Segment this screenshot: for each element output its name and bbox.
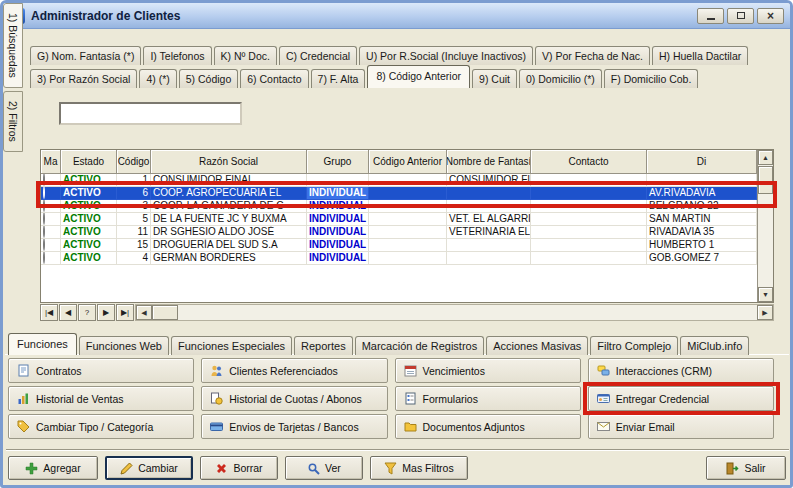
fn-button-interacciones-crm[interactable]: Interacciones (CRM) bbox=[588, 358, 774, 383]
fn-button-label: Enviar Email bbox=[616, 421, 675, 433]
table-row[interactable]: ACTIVO 15 DROGUERÍA DEL SUD S.A INDIVIDU… bbox=[41, 239, 773, 252]
table-row[interactable]: ACTIVO 3 COOP. LA GANADERA DE G INDIVIDU… bbox=[41, 200, 773, 213]
fn-button-envios-tarjetas-bancos[interactable]: Envios de Tarjetas / Bancos bbox=[201, 414, 387, 439]
table-row-selected[interactable]: ACTIVO 6 COOP. AGROPECUARIA EL INDIVIDUA… bbox=[41, 187, 773, 200]
exit-button[interactable]: Salir bbox=[706, 456, 786, 480]
col-header-direccion[interactable]: Di bbox=[647, 150, 757, 174]
cell-estado: ACTIVO bbox=[61, 213, 117, 226]
fn-tab-marcacion-registros[interactable]: Marcación de Registros bbox=[355, 336, 485, 355]
search-tab-credencial[interactable]: C) Credencial bbox=[279, 46, 357, 65]
fn-button-documentos-adjuntos[interactable]: Documentos Adjuntos bbox=[395, 414, 581, 439]
fn-tab-funciones-web[interactable]: Funciones Web bbox=[79, 336, 169, 355]
row-select-radio[interactable] bbox=[41, 187, 61, 200]
scroll-right-icon: ▶ bbox=[762, 309, 767, 317]
fn-button-vencimientos[interactable]: Vencimientos bbox=[395, 358, 581, 383]
table-row[interactable]: ACTIVO 5 DE LA FUENTE JC Y BUXMA INDIVID… bbox=[41, 213, 773, 226]
search-tab-por-rsocial-inactivos[interactable]: U) Por R.Social (Incluye Inactivos) bbox=[359, 46, 533, 65]
search-tab-nro-doc[interactable]: K) Nº Doc. bbox=[214, 46, 277, 65]
table-row[interactable]: ACTIVO 4 GERMAN BORDERES INDIVIDUAL GOB.… bbox=[41, 252, 773, 265]
col-header-nombre-fantasia[interactable]: Nombre de Fantasí bbox=[447, 150, 531, 174]
close-button[interactable]: × bbox=[757, 8, 784, 24]
scroll-right-button[interactable]: ▶ bbox=[757, 305, 773, 320]
fn-tab-filtro-complejo[interactable]: Filtro Complejo bbox=[590, 336, 678, 355]
search-tab-huella-dactilar[interactable]: H) Huella Dactilar bbox=[652, 46, 748, 65]
more-filters-button[interactable]: Mas Filtros bbox=[370, 456, 468, 480]
row-select-radio[interactable] bbox=[41, 252, 61, 265]
nav-last-button[interactable]: ▶| bbox=[116, 304, 134, 321]
fn-button-contratos[interactable]: Contratos bbox=[8, 358, 194, 383]
cell-contacto bbox=[531, 226, 647, 239]
search-tab-por-razon-social[interactable]: 3) Por Razón Social bbox=[30, 69, 137, 88]
maximize-button[interactable] bbox=[727, 8, 754, 24]
fn-tab-reportes[interactable]: Reportes bbox=[294, 336, 353, 355]
search-tab-contacto[interactable]: 6) Contacto bbox=[240, 69, 308, 88]
fn-button-enviar-email[interactable]: Enviar Email bbox=[588, 414, 774, 439]
add-icon bbox=[25, 462, 38, 475]
search-input[interactable] bbox=[59, 102, 242, 125]
fn-tab-miclub-info[interactable]: MiClub.info bbox=[680, 336, 749, 355]
cell-codigo-anterior bbox=[369, 200, 447, 213]
search-tab-cuit[interactable]: 9) Cuit bbox=[472, 69, 517, 88]
filter-icon bbox=[384, 462, 397, 475]
fn-button-historial-cuotas-abonos[interactable]: Historial de Cuotas / Abonos bbox=[201, 386, 387, 411]
vertical-scrollbar[interactable]: ▲ ▼ bbox=[757, 150, 773, 302]
radio-icon bbox=[43, 174, 45, 186]
col-header-razon-social[interactable]: Razón Social bbox=[151, 150, 307, 174]
horizontal-scroll-thumb[interactable] bbox=[152, 305, 178, 320]
search-tab-f-alta[interactable]: 7) F. Alta bbox=[311, 69, 366, 88]
fn-tab-acciones-masivas[interactable]: Acciones Masivas bbox=[486, 336, 588, 355]
search-tab-nom-fantasia[interactable]: G) Nom. Fantasía (*) bbox=[30, 46, 141, 65]
add-button[interactable]: Agregar bbox=[8, 456, 98, 480]
col-header-codigo[interactable]: Código bbox=[117, 150, 151, 174]
search-tab-domicilio[interactable]: 0) Domicilio (*) bbox=[519, 69, 602, 88]
side-tab-filtros[interactable]: 2) Filtros bbox=[3, 91, 23, 152]
fn-button-cambiar-tipo-categoria[interactable]: Cambiar Tipo / Categoría bbox=[8, 414, 194, 439]
vertical-scroll-thumb[interactable] bbox=[758, 166, 773, 194]
scroll-up-icon: ▲ bbox=[762, 154, 769, 161]
category-tag-icon bbox=[17, 420, 30, 433]
minimize-button[interactable] bbox=[697, 8, 724, 24]
table-row[interactable]: ACTIVO 1 CONSUMIDOR FINAL CONSUMIDOR FIN bbox=[41, 174, 773, 187]
nav-search-button[interactable]: ? bbox=[78, 304, 96, 321]
nav-prior-button[interactable]: ◀ bbox=[59, 304, 77, 321]
fn-button-clientes-referenciados[interactable]: Clientes Referenciados bbox=[201, 358, 387, 383]
change-button[interactable]: Cambiar bbox=[105, 456, 193, 480]
side-tab-busquedas[interactable]: 1) Búsquedas bbox=[3, 3, 23, 88]
nav-next-button[interactable]: ▶ bbox=[97, 304, 115, 321]
search-tab-telefonos[interactable]: I) Telefonos bbox=[143, 46, 211, 65]
search-tab-codigo-anterior[interactable]: 8) Código Anterior bbox=[367, 65, 470, 88]
fn-tab-funciones[interactable]: Funciones bbox=[8, 333, 77, 355]
search-tab-domicilio-cob[interactable]: F) Domicilio Cob. bbox=[604, 69, 699, 88]
row-select-radio[interactable] bbox=[41, 226, 61, 239]
row-select-radio[interactable] bbox=[41, 213, 61, 226]
col-header-contacto[interactable]: Contacto bbox=[531, 150, 647, 174]
cell-codigo-anterior bbox=[369, 174, 447, 187]
nav-first-button[interactable]: |◀ bbox=[40, 304, 58, 321]
fn-tab-funciones-especiales[interactable]: Funciones Especiales bbox=[171, 336, 292, 355]
view-button[interactable]: Ver bbox=[285, 456, 363, 480]
row-select-radio[interactable] bbox=[41, 200, 61, 213]
table-row[interactable]: ACTIVO 11 DR SGHESIO ALDO JOSÉ INDIVIDUA… bbox=[41, 226, 773, 239]
row-select-radio[interactable] bbox=[41, 174, 61, 187]
fn-button-historial-ventas[interactable]: Historial de Ventas bbox=[8, 386, 194, 411]
search-tab-asterisco[interactable]: 4) (*) bbox=[139, 69, 176, 88]
fn-button-formularios[interactable]: Formularios bbox=[395, 386, 581, 411]
horizontal-scroll-track[interactable] bbox=[178, 305, 757, 320]
horizontal-scrollbar[interactable]: ◀ ▶ bbox=[135, 304, 774, 321]
col-header-grupo[interactable]: Grupo bbox=[307, 150, 369, 174]
scroll-left-button[interactable]: ◀ bbox=[136, 305, 152, 320]
search-tab-codigo[interactable]: 5) Código bbox=[179, 69, 239, 88]
fn-button-label: Entregar Credencial bbox=[616, 393, 709, 405]
row-select-radio[interactable] bbox=[41, 239, 61, 252]
cell-contacto bbox=[531, 187, 647, 200]
col-header-ma[interactable]: Ma bbox=[41, 150, 61, 174]
search-tab-por-fecha-nac[interactable]: V) Por Fecha de Nac. bbox=[535, 46, 650, 65]
cell-codigo-anterior bbox=[369, 239, 447, 252]
col-header-codigo-anterior[interactable]: Código Anterior bbox=[369, 150, 447, 174]
scroll-up-button[interactable]: ▲ bbox=[758, 150, 773, 165]
delete-button[interactable]: Borrar bbox=[200, 456, 278, 480]
scroll-down-button[interactable]: ▼ bbox=[758, 287, 773, 302]
col-header-estado[interactable]: Estado bbox=[61, 150, 117, 174]
grid-header: Ma Estado Código Razón Social Grupo Códi… bbox=[41, 150, 773, 174]
fn-button-entregar-credencial[interactable]: Entregar Credencial bbox=[588, 386, 774, 411]
